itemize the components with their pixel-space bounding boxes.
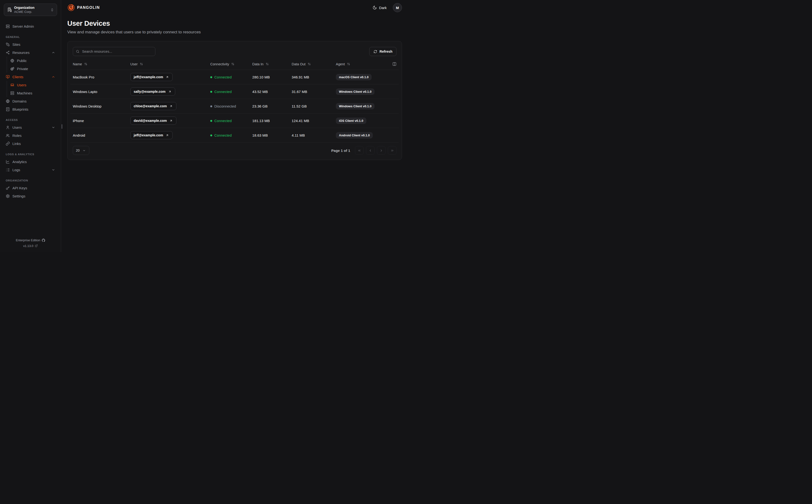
data-in-value: 280.10 MB [252,75,292,79]
status-badge: Connected [210,90,232,94]
column-label: Name [73,62,82,66]
avatar[interactable]: M [393,3,402,12]
sidebar-item-api-keys[interactable]: API Keys [4,184,57,192]
first-page-button[interactable] [355,146,364,155]
edition-link[interactable]: Enterprise Edition [4,237,57,243]
org-switcher[interactable]: Organization ACME Corp. [4,4,57,16]
sidebar-item-settings[interactable]: Settings [4,192,57,200]
columns-toggle-button[interactable] [392,62,396,66]
sidebar-item-client-machines[interactable]: Machines [7,89,57,97]
column-header-data-out[interactable]: Data Out [292,62,336,66]
data-in-value: 18.63 MB [252,133,292,137]
last-page-button[interactable] [388,146,396,155]
column-header-name[interactable]: Name [73,62,130,66]
previous-page-button[interactable] [366,146,375,155]
logs-icon [6,168,10,172]
sidebar-item-server-admin[interactable]: Server Admin [4,22,57,30]
user-link-chip[interactable]: jeff@example.com [130,73,172,81]
arrow-up-right-icon [168,90,172,93]
pangolin-logo-icon [67,4,75,11]
column-label: User [130,62,138,66]
table-row: Android jeff@example.com Connected 18.63… [70,128,399,143]
table-row: Windows Desktop chloe@example.com Discon… [70,99,399,113]
next-page-button[interactable] [377,146,385,155]
sidebar-item-blueprints[interactable]: Blueprints [4,105,57,113]
sort-icon [347,62,351,66]
server-icon [6,24,10,28]
user-link-chip[interactable]: jeff@example.com [130,131,172,139]
theme-toggle-button[interactable]: Dark [371,5,388,10]
status-badge: Connected [210,119,232,123]
user-link-chip[interactable]: sally@example.com [130,87,175,96]
user-link-chip[interactable]: david@example.com [130,117,176,125]
sidebar-item-logs[interactable]: Logs [4,166,57,174]
sidebar-item-analytics[interactable]: Analytics [4,158,57,166]
data-in-value: 43.52 MB [252,90,292,94]
sidebar-item-label: Private [17,67,55,71]
sidebar-item-private[interactable]: Private [7,65,57,73]
page-size-select[interactable]: 20 [73,146,89,155]
search-input[interactable] [73,47,155,56]
user-link-chip[interactable]: chloe@example.com [130,102,176,110]
column-header-user[interactable]: User [130,62,210,66]
table-header-row: Name User Connectivity Data In Data Out [70,58,399,70]
chevron-up-icon [52,75,55,79]
brand[interactable]: PANGOLIN [67,4,100,11]
sidebar-item-clients[interactable]: Clients [4,73,57,81]
device-name: Windows Desktop [73,104,130,108]
agent-badge: Windows Client v0.1.0 [336,88,375,95]
sidebar-item-label: Links [12,142,55,146]
edition-label: Enterprise Edition [16,237,40,243]
sidebar-item-domains[interactable]: Domains [4,97,57,105]
sidebar-item-label: Clients [12,75,49,79]
refresh-label: Refresh [380,50,392,53]
sidebar-item-client-users[interactable]: Users [7,81,57,89]
user-icon [6,125,10,129]
users-icon [6,134,10,138]
user-email: jeff@example.com [134,75,163,79]
pager-controls: Page 1 of 1 [331,146,396,155]
sidebar-item-label: Settings [12,194,55,198]
page-info: Page 1 of 1 [331,149,350,153]
chart-line-icon [6,160,10,164]
sidebar-item-label: Domains [12,99,55,103]
data-out-value: 4.11 MB [292,133,336,137]
sidebar-item-public[interactable]: Public [7,57,57,65]
chevrons-left-icon [357,149,361,152]
sidebar-item-label: Users [17,83,55,87]
user-email: chloe@example.com [134,104,167,108]
user-email: jeff@example.com [134,133,163,137]
chevron-down-icon [52,168,55,172]
card-toolbar: Refresh [70,47,399,56]
sidebar-item-label: Resources [12,51,49,55]
section-label-logs-analytics: LOGS & ANALYTICS [6,153,57,156]
sidebar-footer: Enterprise Edition v1.13.0 [4,237,57,249]
main-area: PANGOLIN Dark M User Devices View and ma… [61,0,406,252]
column-header-agent[interactable]: Agent [336,62,391,66]
refresh-icon [373,50,377,53]
sidebar-item-roles[interactable]: Roles [4,131,57,139]
header-right: Dark M [371,3,402,12]
chevrons-up-down-icon [50,8,54,12]
agent-badge: Android Client v0.1.0 [336,132,373,139]
section-label-general: GENERAL [6,36,57,38]
refresh-button[interactable]: Refresh [369,47,396,56]
column-label: Connectivity [210,62,229,66]
sidebar-item-links[interactable]: Links [4,139,57,148]
status-badge: Connected [210,75,232,79]
column-header-data-in[interactable]: Data In [252,62,292,66]
version-link[interactable]: v1.13.0 [4,243,57,249]
sort-icon [307,62,311,66]
org-value: ACME Corp. [14,10,48,14]
page-subtitle: View and manage devices that users use t… [67,30,402,35]
sidebar-item-sites[interactable]: Sites [4,40,57,48]
sort-icon [231,62,235,66]
app-root: Organization ACME Corp. Server Admin GEN… [0,0,406,252]
chevron-up-icon [52,51,55,54]
sidebar-item-resources[interactable]: Resources [4,48,57,57]
moon-icon [373,5,377,10]
column-header-connectivity[interactable]: Connectivity [210,62,252,66]
sidebar-item-users[interactable]: Users [4,123,57,131]
device-name: Android [73,133,130,137]
sidebar-scrollbar-thumb[interactable] [62,124,62,129]
